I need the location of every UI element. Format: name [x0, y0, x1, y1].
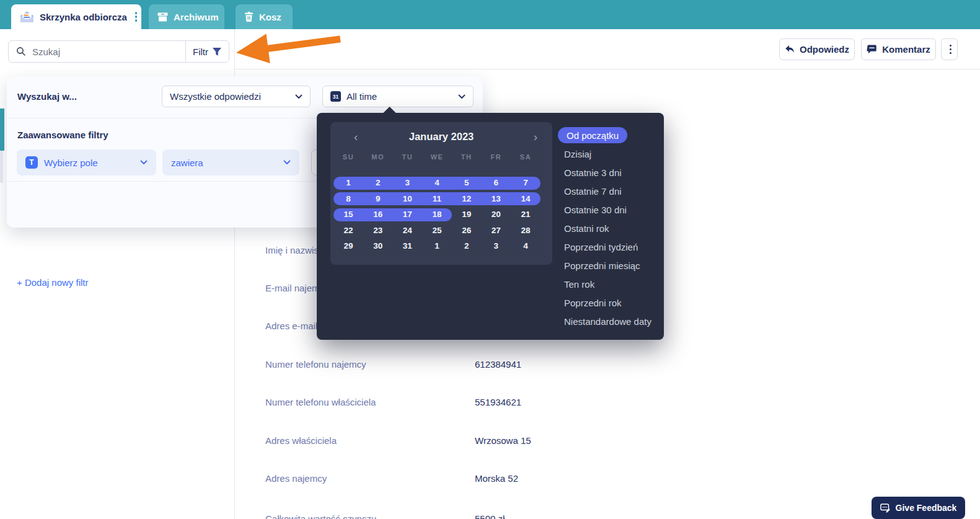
date-preset-option[interactable]: Ostatnie 30 dni: [564, 202, 627, 218]
calendar-day[interactable]: 2: [367, 177, 389, 189]
weekday-label: FR: [485, 153, 507, 161]
more-options-button[interactable]: [941, 38, 958, 60]
calendar-day[interactable]: 1: [426, 240, 448, 252]
date-preset-option[interactable]: Poprzedni tydzień: [564, 239, 638, 255]
conversation-list-edge: [0, 151, 3, 183]
date-preset-option[interactable]: Poprzedni miesiąc: [564, 257, 640, 273]
calendar-day[interactable]: 22: [337, 224, 360, 237]
field-select-value: Wybierz pole: [44, 157, 134, 168]
date-preset-option[interactable]: Ostatnie 7 dni: [564, 183, 622, 199]
calendar-day[interactable]: 5: [456, 177, 478, 189]
tab-options-icon[interactable]: [135, 12, 138, 22]
calendar-day[interactable]: 25: [426, 224, 448, 237]
calendar-day[interactable]: 19: [456, 208, 478, 221]
reply-button-label: Odpowiedz: [800, 44, 849, 55]
responses-dropdown-value: Wszystkie odpowiedzi: [170, 91, 295, 102]
date-preset-option[interactable]: Od początku: [558, 127, 627, 143]
date-preset-option[interactable]: Ten rok: [564, 276, 594, 292]
trash-icon: [244, 12, 254, 22]
reply-icon: [785, 45, 795, 54]
next-month-icon[interactable]: ›: [534, 130, 537, 145]
tab-archive-label: Archiwum: [174, 12, 219, 22]
operator-dropdown[interactable]: zawiera: [162, 149, 299, 175]
calendar-day[interactable]: 12: [456, 193, 478, 205]
content-header-divider: [235, 69, 980, 69]
weekday-label: SU: [337, 153, 360, 161]
calendar-day[interactable]: 4: [514, 240, 537, 252]
archive-icon: [157, 12, 168, 22]
calendar-day[interactable]: 13: [485, 193, 507, 205]
date-preset-option[interactable]: Niestandardowe daty: [564, 313, 651, 329]
calendar-day[interactable]: 4: [426, 177, 448, 189]
calendar-day[interactable]: 14: [514, 193, 537, 205]
comment-button-label: Komentarz: [882, 44, 930, 55]
filter-button-label: Filtr: [193, 47, 208, 57]
feedback-label: Give Feedback: [896, 503, 957, 513]
calendar-day[interactable]: 29: [337, 240, 360, 252]
feedback-icon: [880, 503, 891, 513]
date-picker-popup: ‹ January 2023 › SUMOTUWETHFRSA 12345678…: [317, 113, 664, 340]
calendar-day[interactable]: 31: [396, 240, 418, 252]
weekday-label: SA: [514, 153, 537, 161]
calendar-day[interactable]: 28: [514, 224, 537, 237]
chevron-down-icon: [283, 160, 291, 165]
detail-row: Adres najemcyMorska 52: [0, 472, 980, 484]
detail-row: Całkowita wartość czynszu5500 zł: [0, 512, 980, 519]
calendar-day[interactable]: 27: [485, 224, 507, 237]
calendar-day[interactable]: 24: [396, 224, 418, 237]
calendar-month-title: January 2023: [330, 131, 552, 143]
date-preset-option[interactable]: Poprzedni rok: [564, 295, 622, 311]
filter-button[interactable]: Filtr: [185, 41, 229, 62]
comment-button[interactable]: Komentarz: [861, 38, 936, 60]
calendar-day[interactable]: 8: [337, 193, 360, 205]
date-preset-option[interactable]: Ostatni rok: [564, 220, 609, 236]
calendar-day[interactable]: 9: [367, 193, 389, 205]
calendar-day[interactable]: 6: [485, 177, 507, 189]
calendar-day[interactable]: 10: [396, 193, 418, 205]
kebab-menu-icon: [950, 45, 952, 55]
search-input[interactable]: Szukaj: [32, 47, 185, 57]
tab-inbox[interactable]: Skrzynka odbiorcza: [11, 4, 141, 29]
add-filter-link[interactable]: + Dodaj nowy filtr: [17, 277, 88, 288]
date-range-dropdown[interactable]: 31 All time: [322, 86, 474, 107]
calendar-day[interactable]: 7: [514, 177, 537, 189]
calendar-day[interactable]: 3: [485, 240, 507, 252]
advanced-filters-title: Zaawansowane filtry: [17, 130, 108, 140]
reply-button[interactable]: Odpowiedz: [779, 38, 855, 60]
calendar-day[interactable]: 3: [396, 177, 418, 189]
operator-value: zawiera: [171, 157, 277, 168]
tab-archive[interactable]: Archiwum: [149, 4, 224, 29]
chevron-down-icon: [295, 94, 302, 99]
field-value: Wrzosowa 15: [475, 435, 531, 446]
calendar-day[interactable]: 23: [367, 224, 389, 237]
calendar-day[interactable]: 30: [367, 240, 389, 252]
search-bar: Szukaj Filtr: [8, 40, 229, 63]
app-window: Skrzynka odbiorcza Archiwum: [0, 0, 980, 519]
field-label: Całkowita wartość czynszu: [265, 513, 376, 519]
date-preset-option[interactable]: Ostatnie 3 dni: [564, 164, 622, 180]
field-value: 5500 zł: [475, 513, 505, 519]
calendar-day[interactable]: 15: [337, 208, 360, 221]
give-feedback-button[interactable]: Give Feedback: [872, 497, 965, 519]
calendar-day[interactable]: 26: [456, 224, 478, 237]
field-label: Adres właściciela: [265, 435, 337, 446]
tab-trash[interactable]: Kosz: [236, 4, 293, 29]
detail-row: Numer telefonu właściciela551934621: [0, 396, 980, 408]
date-preset-option[interactable]: Dzisiaj: [564, 146, 591, 162]
weekday-label: WE: [426, 153, 448, 161]
calendar-day[interactable]: 2: [456, 240, 478, 252]
calendar-day[interactable]: 21: [514, 208, 537, 221]
text-field-type-icon: T: [25, 156, 38, 169]
calendar-day[interactable]: 20: [485, 208, 507, 221]
comment-icon: [867, 45, 877, 55]
search-icon: [16, 47, 26, 56]
calendar-day[interactable]: 1: [337, 177, 360, 189]
field-select-dropdown[interactable]: T Wybierz pole: [17, 149, 156, 175]
search-in-label: Wyszukaj w...: [17, 91, 77, 102]
date-range-dropdown-value: All time: [347, 91, 452, 102]
calendar-day[interactable]: 17: [396, 208, 418, 221]
calendar-day[interactable]: 18: [426, 208, 448, 221]
calendar-day[interactable]: 11: [426, 193, 448, 205]
calendar-day[interactable]: 16: [367, 208, 389, 221]
responses-dropdown[interactable]: Wszystkie odpowiedzi: [162, 86, 311, 107]
